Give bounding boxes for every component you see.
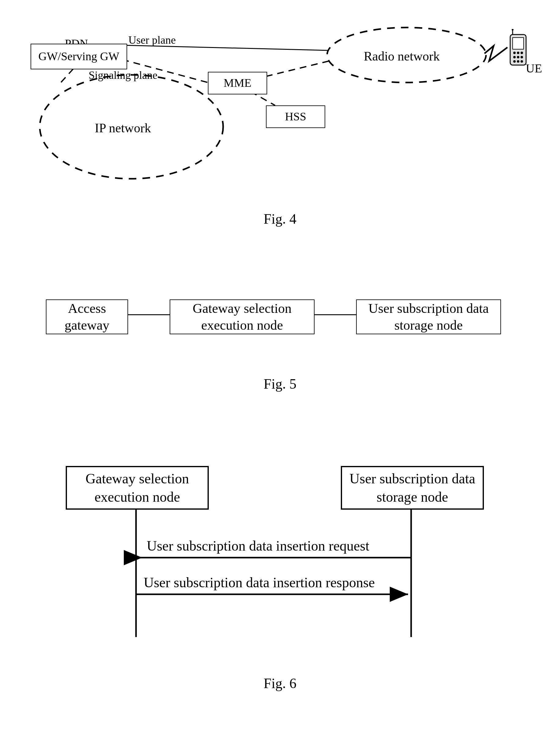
gw-box: GW/Serving GW bbox=[31, 44, 127, 69]
fig4-caption: Fig. 4 bbox=[249, 211, 311, 227]
fig6-svg bbox=[0, 466, 560, 643]
svg-point-15 bbox=[513, 60, 516, 63]
access-gateway-label: Access gateway bbox=[46, 300, 127, 334]
fig5-caption: Fig. 5 bbox=[249, 376, 311, 392]
fig6-caption: Fig. 6 bbox=[249, 675, 311, 691]
svg-point-9 bbox=[513, 52, 516, 54]
mme-box: MME bbox=[208, 72, 267, 94]
msg-response-label: User subscription data insertion respons… bbox=[144, 574, 375, 591]
svg-point-11 bbox=[521, 52, 523, 54]
hss-box: HSS bbox=[266, 105, 325, 128]
svg-point-13 bbox=[517, 56, 519, 58]
svg-point-19 bbox=[512, 29, 514, 31]
access-gateway-box: Access gateway bbox=[46, 300, 128, 334]
user-sub-storage-label-fig5: User subscription data storage node bbox=[357, 300, 500, 334]
svg-point-16 bbox=[517, 60, 519, 63]
user-plane-label: User plane bbox=[128, 34, 176, 46]
signaling-plane-label: Signaling plane bbox=[89, 69, 157, 82]
mme-label: MME bbox=[224, 76, 252, 90]
svg-rect-8 bbox=[513, 38, 524, 49]
svg-point-14 bbox=[521, 56, 523, 58]
user-sub-storage-box-fig5: User subscription data storage node bbox=[356, 300, 501, 334]
radio-network-label: Radio network bbox=[364, 49, 440, 64]
svg-point-10 bbox=[517, 52, 519, 54]
svg-point-17 bbox=[521, 60, 523, 63]
gw-box-label: GW/Serving GW bbox=[39, 49, 120, 64]
ip-network-label: IP network bbox=[95, 121, 151, 135]
svg-point-12 bbox=[513, 56, 516, 58]
page: PDN GW/Serving GW User plane Signaling p… bbox=[0, 0, 560, 733]
msg-request-label: User subscription data insertion request bbox=[147, 538, 369, 554]
svg-line-2 bbox=[58, 69, 73, 86]
gw-sel-exec-box-fig5: Gateway selection execution node bbox=[170, 300, 315, 334]
gw-sel-exec-label-fig5: Gateway selection execution node bbox=[170, 300, 314, 334]
ue-label: UE bbox=[526, 61, 542, 76]
hss-label: HSS bbox=[285, 109, 306, 124]
svg-line-4 bbox=[266, 61, 329, 76]
